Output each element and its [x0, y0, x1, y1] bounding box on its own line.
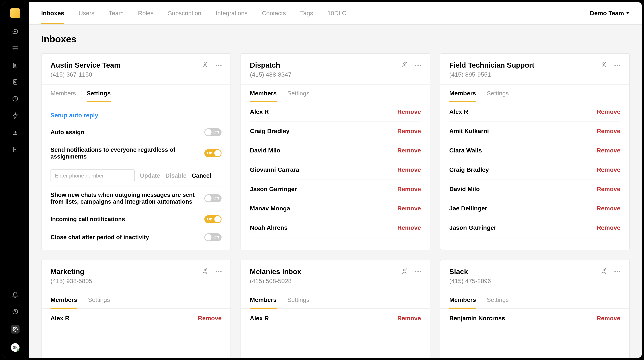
disable-button[interactable]: Disable — [166, 172, 186, 179]
add-member-icon[interactable] — [600, 61, 607, 69]
remove-button[interactable]: Remove — [397, 108, 421, 115]
topnav-item-contacts[interactable]: Contacts — [262, 2, 286, 24]
member-row: Benjamin Norcross Remove — [449, 309, 620, 328]
member-row: Alex R Remove — [449, 102, 620, 121]
members-list: Alex R Remove — [42, 309, 230, 358]
remove-button[interactable]: Remove — [397, 315, 421, 322]
tab-settings[interactable]: Settings — [288, 291, 310, 308]
tab-settings[interactable]: Settings — [87, 85, 111, 102]
cancel-button[interactable]: Cancel — [192, 172, 211, 179]
task-icon[interactable] — [12, 146, 19, 153]
remove-button[interactable]: Remove — [597, 315, 620, 322]
svg-point-27 — [404, 63, 405, 64]
topbar: InboxesUsersTeamRolesSubscriptionIntegra… — [29, 2, 642, 25]
settings-body: Setup auto reply Auto assign Off Send no… — [42, 102, 230, 250]
inbox-phone: (415) 508-5028 — [250, 278, 301, 285]
bolt-icon[interactable] — [12, 112, 19, 119]
member-row: Amit Kulkarni Remove — [449, 121, 620, 141]
topnav-item-tags[interactable]: Tags — [300, 2, 313, 24]
inbox-name: Field Technician Support — [449, 61, 534, 69]
update-button[interactable]: Update — [140, 172, 160, 179]
bell-icon[interactable] — [12, 291, 19, 299]
remove-button[interactable]: Remove — [397, 224, 421, 231]
tab-members[interactable]: Members — [50, 85, 76, 102]
toggle-show-new-chats[interactable]: Off — [204, 194, 222, 202]
settings-icon[interactable] — [11, 325, 20, 334]
remove-button[interactable]: Remove — [597, 128, 620, 135]
members-list: Alex R Remove — [241, 309, 430, 358]
tab-settings[interactable]: Settings — [487, 291, 509, 308]
member-name: Jae Dellinger — [449, 205, 487, 212]
remove-button[interactable]: Remove — [597, 224, 620, 231]
tab-settings[interactable]: Settings — [288, 85, 310, 102]
toggle-incoming-call[interactable]: On — [204, 215, 222, 223]
chat-icon[interactable] — [12, 28, 19, 35]
topnav-item-subscription[interactable]: Subscription — [168, 2, 201, 24]
setup-auto-reply-link[interactable]: Setup auto reply — [50, 107, 222, 123]
inbox-phone: (415) 895-9551 — [449, 71, 534, 78]
app-logo[interactable] — [10, 8, 20, 18]
contact-icon[interactable] — [12, 78, 19, 85]
member-name: Giovanni Carrara — [250, 166, 299, 173]
help-icon[interactable] — [12, 308, 19, 315]
topnav-item-team[interactable]: Team — [109, 2, 124, 24]
member-row: David Milo Remove — [250, 141, 421, 160]
add-member-icon[interactable] — [201, 61, 208, 69]
remove-button[interactable]: Remove — [597, 186, 620, 193]
remove-button[interactable]: Remove — [597, 147, 620, 154]
inbox-card: Austin Service Team (415) 367-1150 Membe… — [41, 53, 231, 250]
topnav-item-users[interactable]: Users — [78, 2, 94, 24]
tab-members[interactable]: Members — [250, 291, 276, 308]
team-label: Demo Team — [590, 10, 624, 17]
chart-icon[interactable] — [12, 129, 19, 136]
more-icon[interactable] — [216, 65, 222, 66]
more-icon[interactable] — [415, 271, 421, 272]
more-icon[interactable] — [614, 271, 620, 272]
tab-members[interactable]: Members — [250, 85, 276, 102]
remove-button[interactable]: Remove — [198, 315, 222, 322]
inbox-name: Melanies Inbox — [250, 268, 301, 276]
phone-input[interactable] — [50, 169, 135, 182]
topnav-item-inboxes[interactable]: Inboxes — [41, 2, 64, 24]
toggle-close-chat[interactable]: Off — [204, 233, 222, 241]
add-member-icon[interactable] — [401, 268, 408, 276]
remove-button[interactable]: Remove — [597, 205, 620, 212]
member-name: David Milo — [250, 147, 280, 154]
tab-members[interactable]: Members — [50, 291, 77, 308]
user-avatar[interactable]: SK — [11, 343, 20, 352]
list-icon[interactable] — [12, 45, 19, 52]
remove-button[interactable]: Remove — [597, 108, 620, 115]
topnav-item-integrations[interactable]: Integrations — [216, 2, 248, 24]
more-icon[interactable] — [415, 65, 421, 66]
clipboard-icon[interactable] — [12, 61, 19, 69]
member-row: Jason Garringer Remove — [250, 179, 421, 199]
remove-button[interactable]: Remove — [397, 205, 421, 212]
more-icon[interactable] — [216, 271, 222, 272]
tab-settings[interactable]: Settings — [88, 291, 110, 308]
inbox-card: Dispatch (415) 488-8347 Members Settings… — [240, 53, 430, 250]
more-icon[interactable] — [614, 65, 620, 66]
member-row: Jason Garringer Remove — [449, 218, 620, 237]
tab-members[interactable]: Members — [449, 291, 476, 308]
team-selector[interactable]: Demo Team — [590, 10, 630, 17]
remove-button[interactable]: Remove — [397, 186, 421, 193]
member-name: Craig Bradley — [449, 166, 489, 173]
add-member-icon[interactable] — [201, 268, 208, 276]
remove-button[interactable]: Remove — [397, 166, 421, 173]
clock-icon[interactable] — [12, 95, 19, 102]
add-member-icon[interactable] — [401, 61, 408, 69]
remove-button[interactable]: Remove — [397, 128, 421, 135]
remove-button[interactable]: Remove — [597, 166, 620, 173]
toggle-notifications[interactable]: On — [204, 149, 222, 157]
topnav-item-10dlc[interactable]: 10DLC — [327, 2, 346, 24]
tab-members[interactable]: Members — [449, 85, 476, 102]
member-name: Amit Kulkarni — [449, 128, 489, 135]
tab-settings[interactable]: Settings — [487, 85, 509, 102]
toggle-auto-assign[interactable]: Off — [204, 128, 222, 136]
remove-button[interactable]: Remove — [397, 147, 421, 154]
svg-point-30 — [603, 63, 604, 64]
topnav-item-roles[interactable]: Roles — [138, 2, 154, 24]
member-row: Alex R Remove — [50, 309, 222, 328]
svg-point-39 — [603, 269, 604, 271]
add-member-icon[interactable] — [600, 268, 607, 276]
